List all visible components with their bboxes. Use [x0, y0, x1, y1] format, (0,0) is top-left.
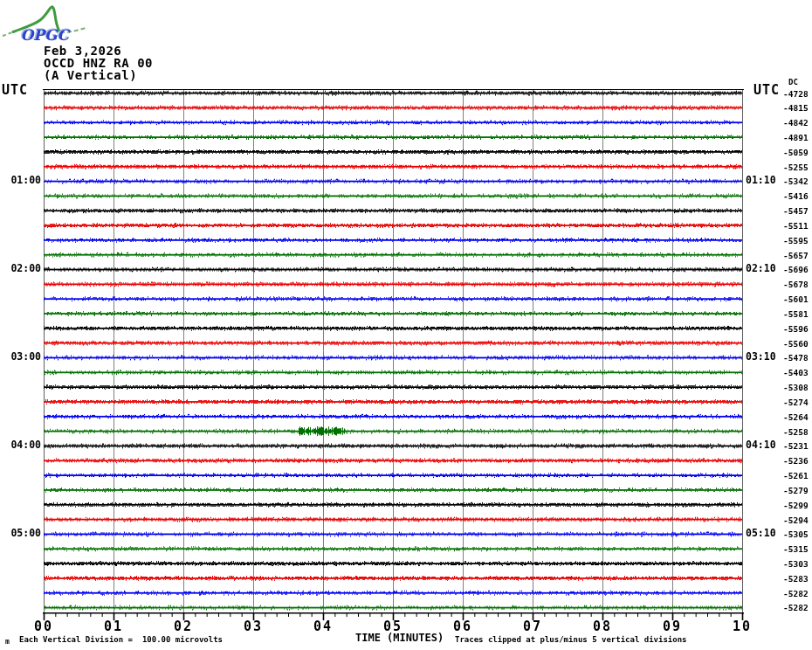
- dc-offset-value: -4728: [783, 89, 809, 100]
- dc-offset-value: -5560: [783, 339, 809, 349]
- dc-offset-value: -5595: [783, 236, 809, 246]
- dc-offset-value: -5601: [783, 294, 809, 305]
- dc-offset-value: -5294: [783, 515, 809, 526]
- dc-offset-value: -5511: [783, 221, 809, 232]
- dc-offset-value: -5315: [783, 544, 809, 555]
- dc-offset-value: -5059: [783, 148, 809, 158]
- left-time-label: 04:00: [0, 439, 41, 451]
- dc-offset-value: -5478: [783, 353, 809, 363]
- dc-offset-value: -5299: [783, 501, 809, 511]
- dc-offset-value: -5308: [783, 383, 809, 393]
- x-axis-tick-label: 08: [583, 619, 622, 634]
- logo-text: OPGC: [21, 26, 72, 44]
- utc-label-left: UTC: [2, 82, 28, 98]
- x-axis-tick-label: 09: [653, 619, 692, 634]
- left-time-label: 05:00: [0, 527, 41, 539]
- dc-offset-value: -5236: [783, 456, 809, 467]
- x-axis-tick-label: 10: [723, 619, 761, 634]
- dc-offset-value: -4815: [783, 103, 809, 114]
- dc-offset-value: -5264: [783, 412, 809, 423]
- dc-offset-value: -4842: [783, 118, 809, 128]
- utc-label-right: UTC: [754, 82, 780, 98]
- x-axis-tick-label: 03: [234, 619, 272, 634]
- dc-column-header: DC: [788, 78, 798, 86]
- dc-offset-value: -5283: [783, 574, 809, 584]
- clip-note: Traces clipped at plus/minus 5 vertical …: [455, 635, 687, 644]
- dc-offset-value: -5678: [783, 280, 809, 290]
- watermark-glyph: m: [5, 638, 10, 646]
- dc-offset-value: -5303: [783, 559, 809, 570]
- dc-offset-value: -5255: [783, 162, 809, 173]
- dc-offset-value: -4891: [783, 133, 809, 143]
- dc-offset-value: -5581: [783, 309, 809, 320]
- dc-offset-value: -5282: [783, 589, 809, 599]
- dc-offset-value: -5596: [783, 324, 809, 335]
- dc-offset-value: -5279: [783, 486, 809, 496]
- left-time-label: 01:00: [0, 174, 41, 186]
- x-axis-tick-label: 04: [304, 619, 342, 634]
- x-axis-title: TIME (MINUTES): [355, 632, 444, 644]
- dc-offset-value: -5231: [783, 441, 809, 452]
- dc-offset-value: -5261: [783, 471, 809, 481]
- header-component: (A Vertical): [44, 68, 137, 82]
- x-axis-tick-label: 07: [513, 619, 552, 634]
- dc-offset-value: -5258: [783, 427, 809, 438]
- x-axis-tick-label: 01: [94, 619, 133, 634]
- dc-offset-value: -5305: [783, 529, 809, 540]
- dc-offset-value: -5403: [783, 368, 809, 378]
- opgc-logo: OPGC OPGC: [2, 3, 91, 45]
- dc-offset-value: -5282: [783, 603, 809, 613]
- logo-dash-left: [3, 32, 13, 37]
- x-axis-tick-label: 06: [444, 619, 482, 634]
- dc-offset-value: -5457: [783, 206, 809, 217]
- vertical-scale-note: Each Vertical Division = 100.00 microvol…: [19, 635, 223, 644]
- dc-offset-value: -5342: [783, 176, 809, 187]
- dc-offset-value: -5416: [783, 191, 809, 202]
- left-time-label: 03:00: [0, 350, 41, 363]
- dc-offset-value: -5274: [783, 398, 809, 408]
- helicorder-plot-canvas: [0, 0, 812, 650]
- left-time-label: 02:00: [0, 262, 41, 274]
- x-axis-tick-label: 00: [24, 619, 63, 634]
- x-axis-tick-label: 02: [164, 619, 203, 634]
- helicorder-page: OPGC OPGC Feb 3,2026 OCCD HNZ RA 00 (A V…: [0, 0, 812, 650]
- dc-offset-value: -5696: [783, 265, 809, 275]
- dc-offset-value: -5657: [783, 251, 809, 261]
